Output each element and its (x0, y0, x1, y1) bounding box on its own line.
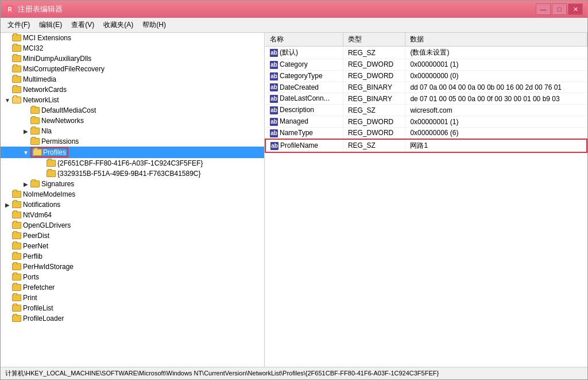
folder-icon-newnetworks (30, 117, 40, 124)
tree-item-ports[interactable]: Ports (1, 272, 264, 282)
status-bar: 计算机\HKEY_LOCAL_MACHINE\SOFTWARE\Microsof… (1, 367, 587, 379)
folder-icon-mci-ext (12, 34, 21, 41)
folder-icon-defaultmediacost (30, 107, 40, 114)
expand-multimedia[interactable] (3, 75, 12, 84)
expand-profile2[interactable] (37, 169, 47, 178)
minimize-button[interactable]: — (536, 3, 551, 15)
tree-item-networklist[interactable]: ▼ NetworkList (1, 95, 264, 105)
folder-icon-perhwidstorage (12, 263, 21, 270)
label-mci32: MCI32 (23, 44, 43, 52)
table-row[interactable]: abDateCreated REG_BINARY dd 07 0a 00 04 … (265, 82, 587, 93)
menu-help[interactable]: 帮助(H) (138, 19, 171, 31)
tree-item-permissions[interactable]: Permissions (1, 136, 264, 147)
expand-defaultmediacost[interactable] (21, 106, 30, 115)
tree-item-mci32[interactable]: MCI32 (1, 43, 264, 53)
expand-peernet[interactable] (3, 241, 12, 251)
expand-profilelist[interactable] (3, 304, 12, 313)
col-name: 名称 (265, 33, 343, 47)
expand-perhwidstorage[interactable] (3, 262, 12, 271)
expand-ntvdm64[interactable] (3, 210, 12, 220)
reg-icon-ab: ab (270, 72, 278, 80)
reg-data: (数值未设置) (405, 47, 587, 59)
table-row[interactable]: abCategory REG_DWORD 0x00000001 (1) (265, 59, 587, 71)
expand-notifications[interactable]: ▶ (3, 200, 12, 209)
expand-mci32[interactable] (3, 44, 12, 53)
expand-networkcards[interactable] (3, 85, 12, 94)
expand-nla[interactable]: ▶ (21, 126, 30, 136)
tree-item-opengldrivers[interactable]: OpenGLDrivers (1, 220, 264, 231)
table-row[interactable]: abDescription REG_SZ wicresoft.com (265, 105, 587, 116)
tree-item-signatures[interactable]: ▶ Signatures (1, 179, 264, 189)
tree-item-newnetworks[interactable]: NewNetworks (1, 116, 264, 126)
tree-item-perhwidstorage[interactable]: PerHwIdStorage (1, 262, 264, 272)
expand-mci-ext[interactable] (3, 33, 12, 43)
expand-ports[interactable] (3, 272, 12, 282)
tree-item-profile1[interactable]: {2F651CBF-FF80-41F6-A03F-1C924C3F5FEF} (1, 158, 264, 168)
tree-item-nla[interactable]: ▶ Nla (1, 126, 264, 136)
tree-item-noimemodeimes[interactable]: NoImeModeImes (1, 189, 264, 199)
tree-item-print[interactable]: Print (1, 293, 264, 303)
tree-item-ntvdm64[interactable]: NtVdm64 (1, 210, 264, 220)
folder-icon-minidump (12, 55, 21, 62)
tree-item-networkcards[interactable]: NetworkCards (1, 85, 264, 95)
label-notifications: Notifications (23, 201, 60, 209)
expand-noimemodeimes[interactable] (3, 190, 12, 199)
expand-newnetworks[interactable] (21, 116, 30, 125)
reg-data: dd 07 0a 00 04 00 0a 00 0b 00 16 00 2d 0… (405, 82, 587, 93)
expand-peerdist[interactable] (3, 231, 12, 240)
reg-name: abDateLastConn... (265, 93, 343, 105)
tree-item-multimedia[interactable]: Multimedia (1, 74, 264, 85)
tree-item-mci-ext[interactable]: MCI Extensions (1, 33, 264, 43)
tree-item-perflib[interactable]: Perflib (1, 251, 264, 262)
title-bar-buttons: — □ ✕ (536, 3, 583, 15)
folder-icon-noimemodeimes (12, 191, 21, 198)
expand-networklist[interactable]: ▼ (3, 95, 12, 105)
label-perhwidstorage: PerHwIdStorage (23, 263, 74, 271)
menu-edit[interactable]: 编辑(E) (34, 19, 67, 31)
tree-item-peernet[interactable]: PeerNet (1, 241, 264, 251)
expand-prefetcher[interactable] (3, 283, 12, 292)
expand-opengldrivers[interactable] (3, 221, 12, 230)
table-row[interactable]: abDateLastConn... REG_BINARY de 07 01 00… (265, 93, 587, 105)
expand-profile1[interactable] (37, 159, 47, 168)
label-opengldrivers: OpenGLDrivers (23, 221, 71, 229)
table-row[interactable]: ab(默认) REG_SZ (数值未设置) (265, 47, 587, 59)
reg-icon-ab: ab (270, 129, 278, 137)
reg-name: abCategoryType (265, 70, 343, 82)
tree-item-profilelist[interactable]: ProfileList (1, 303, 264, 313)
expand-perflib[interactable] (3, 252, 12, 261)
folder-icon-profile1 (47, 160, 56, 167)
tree-item-profileloader[interactable]: ProfileLoader (1, 313, 264, 324)
expand-signatures[interactable]: ▶ (21, 179, 30, 189)
menu-view[interactable]: 查看(V) (67, 19, 99, 31)
tree-item-notifications[interactable]: ▶ Notifications (1, 199, 264, 210)
expand-msicorrupted[interactable] (3, 64, 12, 74)
expand-permissions[interactable] (21, 137, 30, 146)
tree-item-peerdist[interactable]: PeerDist (1, 231, 264, 241)
expand-minidump[interactable] (3, 54, 12, 63)
expand-profiles[interactable]: ▼ (21, 148, 30, 157)
expand-print[interactable] (3, 293, 12, 302)
table-row[interactable]: abCategoryType REG_DWORD 0x00000000 (0) (265, 70, 587, 82)
tree-item-prefetcher[interactable]: Prefetcher (1, 282, 264, 293)
reg-row-profilename[interactable]: abProfileName REG_SZ 网路1 (265, 139, 587, 152)
folder-icon-profileloader (12, 315, 21, 322)
tree-item-profile2[interactable]: {3329315B-F51A-49E9-9B41-F763CB41589C} (1, 168, 264, 179)
menu-file[interactable]: 文件(F) (3, 19, 34, 31)
tree-item-minidump[interactable]: MiniDumpAuxiliaryDlls (1, 53, 264, 64)
reg-data: 0x00000000 (0) (405, 70, 587, 82)
folder-icon-signatures (30, 181, 40, 187)
table-row[interactable]: abNameType REG_DWORD 0x00000006 (6) (265, 127, 587, 139)
tree-item-msicorrupted[interactable]: MsiCorruptedFileRecovery (1, 64, 264, 74)
label-ports: Ports (23, 273, 39, 281)
tree-item-profiles[interactable]: ▼ Profiles (1, 147, 264, 158)
expand-profileloader[interactable] (3, 314, 12, 323)
maximize-button[interactable]: □ (552, 3, 567, 15)
close-button[interactable]: ✕ (568, 3, 583, 15)
main-window: R 注册表编辑器 — □ ✕ 文件(F) 编辑(E) 查看(V) 收藏夹(A) … (0, 0, 588, 380)
tree-panel[interactable]: MCI Extensions MCI32 MiniDumpAuxiliaryDl… (1, 33, 265, 367)
table-row[interactable]: abManaged REG_DWORD 0x00000001 (1) (265, 116, 587, 128)
menu-favorites[interactable]: 收藏夹(A) (99, 19, 138, 31)
reg-name: ab(默认) (265, 47, 343, 59)
tree-item-defaultmediacost[interactable]: DefaultMediaCost (1, 105, 264, 116)
